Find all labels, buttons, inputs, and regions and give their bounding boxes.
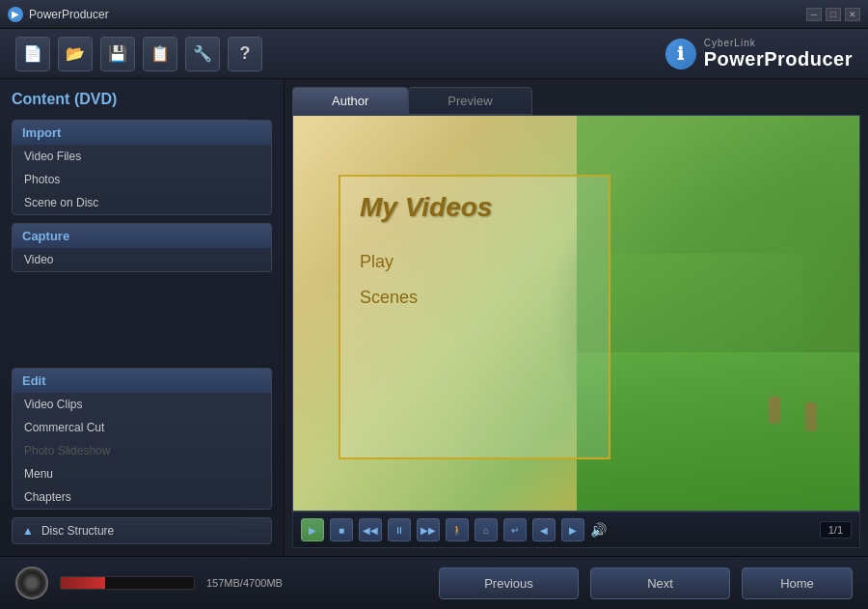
- next-button[interactable]: Next: [590, 567, 730, 599]
- next-frame-button[interactable]: ▶▶: [417, 518, 440, 541]
- window-controls: ─ □ ✕: [806, 8, 860, 21]
- toolbar-left: 📄 📂 💾 📋 🔧 ?: [15, 37, 262, 71]
- sidebar-item-video-files[interactable]: Video Files: [13, 145, 271, 168]
- tab-author[interactable]: Author: [292, 87, 408, 115]
- grass: [577, 352, 860, 511]
- storage-bar-container: [60, 576, 195, 590]
- content-area: Author Preview: [285, 79, 868, 556]
- edit-section: Edit Video Clips Commercal Cut Photo Sli…: [12, 368, 272, 510]
- main-layout: Content (DVD) Import Video Files Photos …: [0, 79, 868, 556]
- sidebar-title: Content (DVD): [12, 91, 272, 108]
- menu-box: My Videos Play Scenes: [339, 175, 610, 458]
- brand-icon: ℹ: [665, 39, 696, 69]
- volume-icon: 🔊: [590, 522, 607, 538]
- bottom-bar: 157MB/4700MB Previous Next Home: [0, 556, 868, 609]
- playback-controls: ▶ ■ ◀◀ ⏸ ▶▶ 🚶 ⌂ ↵ ◀ ▶ 🔊 1/1: [292, 512, 860, 548]
- brand-powerproducer: PowerProducer: [704, 48, 853, 70]
- dvd-preview: My Videos Play Scenes: [293, 116, 859, 511]
- new-button[interactable]: 📄: [15, 37, 50, 71]
- help-button[interactable]: ?: [228, 37, 262, 71]
- page-counter: 1/1: [820, 521, 852, 539]
- edit-header[interactable]: Edit: [13, 369, 271, 393]
- import-section: Import Video Files Photos Scene on Disc: [12, 120, 272, 215]
- person-button[interactable]: 🚶: [446, 518, 469, 541]
- capture-header[interactable]: Capture: [13, 224, 271, 248]
- preview-window: My Videos Play Scenes: [292, 115, 860, 512]
- save-button[interactable]: 💾: [100, 37, 135, 71]
- brand-name: CyberLink PowerProducer: [704, 38, 853, 70]
- home-button[interactable]: Home: [742, 567, 853, 599]
- sidebar-item-commercial-cut[interactable]: Commercal Cut: [13, 416, 271, 439]
- import-header[interactable]: Import: [13, 121, 271, 145]
- prev-frame-button[interactable]: ◀◀: [359, 518, 382, 541]
- titlebar-left: ▶ PowerProducer: [8, 7, 109, 22]
- toolbar-right: ℹ CyberLink PowerProducer: [665, 38, 853, 70]
- sidebar-spacer: [12, 280, 272, 360]
- pause-button[interactable]: ⏸: [388, 518, 411, 541]
- menu-scenes-button[interactable]: Scenes: [360, 288, 589, 308]
- preview-tabs: Author Preview: [292, 87, 860, 115]
- scene-bg: [577, 116, 860, 511]
- stop-button[interactable]: ■: [330, 518, 353, 541]
- menu-play-button[interactable]: Play: [360, 252, 589, 272]
- next-chapter-button[interactable]: ▶: [561, 518, 584, 541]
- close-button[interactable]: ✕: [845, 8, 860, 21]
- sidebar-item-menu[interactable]: Menu: [13, 462, 271, 485]
- storage-label: 157MB/4700MB: [206, 577, 283, 589]
- disc-structure-panel[interactable]: ▲ Disc Structure: [12, 517, 272, 544]
- sidebar-item-photo-slideshow: Photo Slideshow: [13, 439, 271, 462]
- maximize-button[interactable]: □: [826, 8, 841, 21]
- sidebar-item-video[interactable]: Video: [13, 248, 271, 271]
- scene-bg-inner: [577, 116, 860, 511]
- disc-icon: [15, 567, 48, 599]
- capture-section: Capture Video: [12, 223, 272, 272]
- play-button[interactable]: ▶: [301, 518, 324, 541]
- disc-structure-label: Disc Structure: [41, 524, 114, 538]
- toolbar: 📄 📂 💾 📋 🔧 ? ℹ CyberLink PowerProducer: [0, 29, 868, 79]
- disc-structure-arrow-icon: ▲: [22, 524, 34, 538]
- home-ctrl-button[interactable]: ⌂: [475, 518, 498, 541]
- brand-logo: ℹ CyberLink PowerProducer: [665, 38, 853, 70]
- app-icon: ▶: [8, 7, 23, 22]
- minimize-button[interactable]: ─: [806, 8, 822, 21]
- brand-cyberlink: CyberLink: [704, 38, 853, 48]
- sidebar-item-scene-on-disc[interactable]: Scene on Disc: [13, 191, 271, 214]
- tab-preview[interactable]: Preview: [408, 87, 531, 115]
- saveas-button[interactable]: 📋: [143, 37, 177, 71]
- sidebar-item-photos[interactable]: Photos: [13, 168, 271, 191]
- sidebar: Content (DVD) Import Video Files Photos …: [0, 79, 285, 556]
- return-button[interactable]: ↵: [503, 518, 527, 541]
- storage-bar-fill: [61, 577, 105, 589]
- previous-button[interactable]: Previous: [439, 567, 579, 599]
- menu-title: My Videos: [360, 192, 589, 223]
- app-title: PowerProducer: [29, 8, 109, 21]
- prev-chapter-button[interactable]: ◀: [532, 518, 556, 541]
- titlebar: ▶ PowerProducer ─ □ ✕: [0, 0, 868, 29]
- open-button[interactable]: 📂: [58, 37, 93, 71]
- settings-button[interactable]: 🔧: [185, 37, 220, 71]
- sidebar-item-video-clips[interactable]: Video Clips: [13, 393, 271, 416]
- sidebar-item-chapters[interactable]: Chapters: [13, 485, 271, 509]
